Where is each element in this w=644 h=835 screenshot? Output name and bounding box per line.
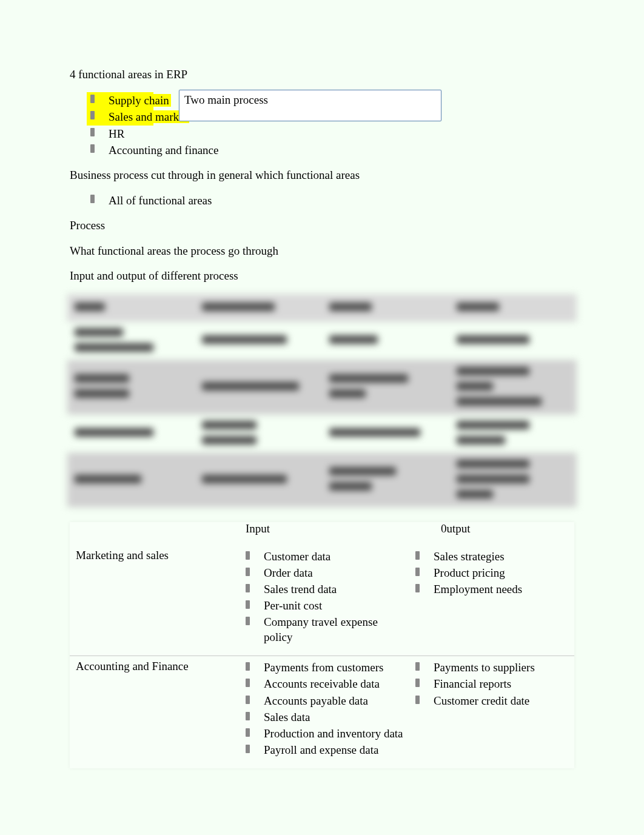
io-header-output: 0utput bbox=[441, 522, 471, 535]
document-page: 4 functional areas in ERP Supply chain S… bbox=[0, 0, 644, 793]
list-item-label: Production and inventory data bbox=[264, 727, 403, 740]
list-item: Employment needs bbox=[415, 582, 568, 597]
list-item-label: Accounts receivable data bbox=[264, 677, 380, 690]
callout-two-main-process: Two main process bbox=[179, 90, 441, 122]
list-item: Customer data bbox=[246, 549, 403, 564]
answer-list: All of functional areas bbox=[70, 192, 574, 209]
list-item: Customer credit date bbox=[415, 693, 568, 708]
list-item: Payroll and expense data bbox=[246, 742, 403, 757]
list-item: Payments from customers bbox=[246, 660, 403, 675]
list-item-label: HR bbox=[109, 127, 124, 140]
list-item-label: Financial reports bbox=[434, 677, 511, 690]
list-item: Per-unit cost bbox=[246, 598, 403, 613]
io-area-name: Accounting and Finance bbox=[70, 656, 240, 768]
io-header-input: Input bbox=[246, 522, 270, 535]
list-item-label: Sales and market bbox=[109, 110, 189, 123]
io-output-list: Payments to suppliers Financial reports … bbox=[415, 660, 568, 708]
list-item-label: Employment needs bbox=[434, 583, 522, 595]
functional-areas-block: Supply chain Sales and market HR Account… bbox=[70, 92, 574, 159]
list-item-label: Company travel expense policy bbox=[264, 615, 378, 643]
list-item: Product pricing bbox=[415, 565, 568, 580]
io-output-list: Sales strategies Product pricing Employm… bbox=[415, 549, 568, 597]
list-item: Sales data bbox=[246, 709, 403, 725]
list-item-label: All of functional areas bbox=[109, 194, 212, 207]
io-table: Input 0utput Marketing and sales Custome… bbox=[70, 522, 574, 768]
list-item: Accounting and finance bbox=[90, 142, 574, 159]
list-item: Financial reports bbox=[415, 676, 568, 691]
list-item: Payments to suppliers bbox=[415, 660, 568, 675]
line-what-fa: What functional areas the process go thr… bbox=[70, 243, 574, 259]
io-input-list: Customer data Order data Sales trend dat… bbox=[246, 549, 403, 645]
list-item: Sales strategies bbox=[415, 549, 568, 564]
list-item-label: Sales data bbox=[264, 711, 310, 723]
list-item-label: Payments from customers bbox=[264, 661, 383, 674]
page-title: 4 functional areas in ERP bbox=[70, 67, 574, 82]
list-item: All of functional areas bbox=[90, 192, 574, 209]
list-item-label: Payroll and expense data bbox=[264, 743, 378, 756]
section-heading-process: Process bbox=[70, 218, 574, 233]
io-area-name: Marketing and sales bbox=[70, 545, 240, 656]
obscured-table bbox=[67, 293, 577, 508]
list-item: Company travel expense policy bbox=[246, 614, 403, 645]
list-item: Sales trend data bbox=[246, 582, 403, 597]
list-item-label: Accounting and finance bbox=[109, 144, 218, 156]
line-io: Input and output of different process bbox=[70, 268, 574, 284]
list-item: Order data bbox=[246, 565, 403, 580]
list-item: Accounts receivable data bbox=[246, 676, 403, 691]
list-item-label: Per-unit cost bbox=[264, 599, 322, 612]
io-input-list: Payments from customers Accounts receiva… bbox=[246, 660, 403, 757]
list-item: HR bbox=[90, 126, 574, 143]
list-item-label: Order data bbox=[264, 566, 313, 579]
list-item: Production and inventory data bbox=[246, 726, 403, 741]
callout-text: Two main process bbox=[184, 93, 268, 106]
list-item-label: Sales trend data bbox=[264, 583, 337, 595]
list-item-label: Customer data bbox=[264, 550, 330, 563]
list-item-label: Accounts payable data bbox=[264, 694, 368, 707]
list-item-label: Supply chain bbox=[109, 94, 171, 107]
list-item-label: Product pricing bbox=[434, 566, 505, 579]
list-item-label: Sales strategies bbox=[434, 550, 505, 563]
list-item-label: Customer credit date bbox=[434, 694, 529, 707]
list-item-label: Payments to suppliers bbox=[434, 661, 535, 674]
question-prompt: Business process cut through in general … bbox=[70, 167, 574, 183]
list-item: Accounts payable data bbox=[246, 693, 403, 708]
